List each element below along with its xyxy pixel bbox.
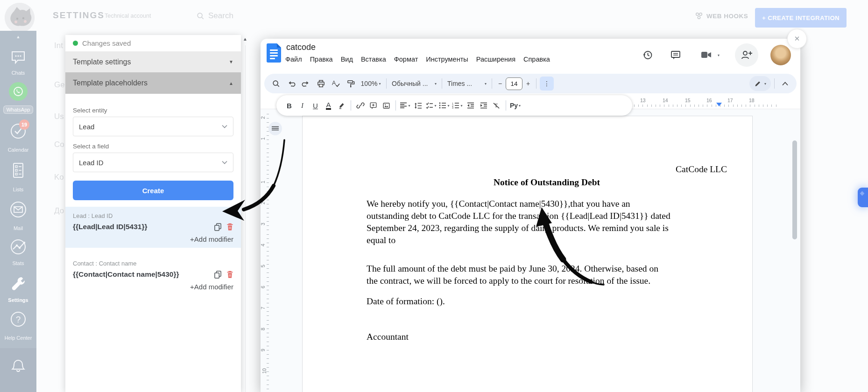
sidebar-item-chats[interactable]: [0, 49, 36, 65]
doc-signature-line[interactable]: Accountant: [367, 332, 727, 342]
panel-scrollbar[interactable]: ▲: [242, 35, 249, 392]
checklist-button[interactable]: ▾: [425, 99, 438, 112]
share-button[interactable]: [735, 43, 758, 67]
clear-formatting-icon[interactable]: T: [490, 99, 503, 112]
italic-button[interactable]: I: [296, 99, 309, 112]
meet-dropdown-icon[interactable]: ▾: [714, 47, 723, 63]
horizontal-ruler[interactable]: 13 14 15 16 17 18: [634, 98, 779, 108]
section-template-settings[interactable]: Template settings ▼: [65, 51, 241, 72]
paint-format-icon[interactable]: [344, 77, 358, 91]
version-history-icon[interactable]: [640, 47, 656, 63]
sidebar-item-calendar[interactable]: [0, 122, 36, 140]
close-modal-button[interactable]: ✕: [787, 29, 807, 49]
sidebar-item-mail[interactable]: [0, 200, 36, 219]
side-widget-handle[interactable]: [858, 188, 868, 207]
vertical-ruler[interactable]: 2 1 1 2 3 4 5 6 7 8 9 10: [261, 109, 270, 392]
copy-icon[interactable]: [214, 223, 222, 231]
menu-insert[interactable]: Вставка: [361, 56, 386, 63]
decrease-indent-icon[interactable]: [464, 99, 477, 112]
section-template-placeholders[interactable]: Template placeholders ▲: [65, 72, 241, 94]
menu-file[interactable]: Файл: [285, 56, 302, 63]
menu-tools[interactable]: Инструменты: [426, 56, 468, 63]
sidebar-label-stats[interactable]: Stats: [0, 260, 36, 266]
paragraph-style-select[interactable]: Обычный ...▾: [390, 77, 438, 91]
sidebar-label-calendar[interactable]: Calendar: [0, 147, 36, 153]
menu-edit[interactable]: Правка: [310, 56, 333, 63]
editing-mode-select[interactable]: ▾: [749, 76, 771, 91]
sidebar-item-lists[interactable]: [0, 161, 36, 181]
sidebar-item-settings[interactable]: [0, 274, 36, 293]
global-search[interactable]: Search: [196, 11, 233, 21]
document-title[interactable]: catcode: [286, 42, 316, 52]
text-color-button[interactable]: A: [322, 99, 335, 112]
create-button[interactable]: Create: [73, 181, 233, 200]
font-size-increase-button[interactable]: +: [523, 77, 533, 91]
sidebar-item-whatsapp[interactable]: [0, 82, 36, 101]
add-modifier-button[interactable]: +Add modifier: [73, 283, 233, 291]
menu-extensions[interactable]: Расширения: [476, 56, 515, 63]
sidebar-scroll-up-icon[interactable]: ▲: [0, 35, 36, 39]
copy-icon[interactable]: [214, 270, 222, 279]
trash-icon[interactable]: [226, 270, 233, 279]
placeholder-card-lead[interactable]: Lead : Lead ID {{Lead|Lead ID|5431}} +Ad…: [65, 207, 241, 248]
sidebar-item-stats[interactable]: [0, 237, 36, 256]
doc-paragraph-line[interactable]: September 24, 2023, regarding the supply…: [367, 223, 727, 233]
doc-paragraph-line[interactable]: the contract, we will be forced to apply…: [367, 276, 727, 286]
document-scrollbar[interactable]: [792, 140, 797, 239]
align-button[interactable]: ▾: [399, 99, 411, 112]
webhooks-button[interactable]: WEB HOOKS: [695, 12, 748, 20]
add-modifier-button[interactable]: +Add modifier: [73, 235, 233, 243]
font-size-decrease-button[interactable]: −: [495, 77, 505, 91]
doc-paragraph-line[interactable]: The full amount of the debt must be paid…: [367, 264, 727, 274]
sidebar-label-help[interactable]: Help Center: [0, 335, 36, 341]
entity-select[interactable]: Lead: [73, 117, 233, 136]
create-integration-button[interactable]: + CREATE INTEGRATION: [755, 8, 847, 28]
doc-heading[interactable]: Notice of Outstanding Debt: [367, 177, 727, 188]
menu-view[interactable]: Вид: [341, 56, 353, 63]
collapse-toolbar-icon[interactable]: [778, 77, 792, 91]
comments-icon[interactable]: [668, 47, 684, 63]
doc-paragraph-line[interactable]: We hereby notify you, {{Contact|Contact …: [367, 199, 727, 209]
account-avatar[interactable]: [5, 3, 35, 33]
field-select[interactable]: Lead ID: [73, 153, 233, 172]
doc-company-line[interactable]: CatCode LLC: [367, 164, 727, 175]
margin-marker-icon[interactable]: [716, 103, 722, 106]
placeholder-card-contact[interactable]: Contact : Contact name {{Contact|Contact…: [65, 254, 241, 295]
document-outline-button[interactable]: [268, 122, 282, 135]
redo-icon[interactable]: [299, 77, 313, 91]
zoom-select[interactable]: 100%▾: [359, 77, 383, 91]
font-size-input[interactable]: 14: [506, 77, 522, 90]
numbered-list-button[interactable]: 123 ▾: [451, 99, 464, 112]
insert-image-icon[interactable]: [380, 99, 393, 112]
bold-button[interactable]: B: [283, 99, 296, 112]
sidebar-item-help[interactable]: ?: [0, 310, 36, 329]
search-menus-icon[interactable]: [269, 77, 283, 91]
sidebar-label-settings[interactable]: Settings: [0, 297, 36, 303]
trash-icon[interactable]: [226, 223, 233, 231]
undo-icon[interactable]: [284, 77, 298, 91]
user-avatar[interactable]: [770, 45, 791, 65]
highlight-color-icon[interactable]: [335, 99, 348, 112]
document-page[interactable]: CatCode LLC Notice of Outstanding Debt W…: [302, 116, 753, 392]
doc-date-line[interactable]: Date of formation: ().: [367, 296, 727, 307]
meet-camera-icon[interactable]: [699, 47, 714, 63]
input-tools-button[interactable]: Pу▾: [509, 99, 522, 112]
font-family-select[interactable]: Times ...▾: [445, 77, 488, 91]
scroll-up-icon[interactable]: ▲: [243, 36, 247, 42]
doc-paragraph-line[interactable]: equal to: [367, 235, 727, 245]
account-switcher[interactable]: Technical account: [105, 13, 151, 19]
print-icon[interactable]: [314, 77, 328, 91]
increase-indent-icon[interactable]: [477, 99, 490, 112]
add-comment-icon[interactable]: [367, 99, 380, 112]
menu-help[interactable]: Справка: [523, 56, 550, 63]
underline-button[interactable]: U: [309, 99, 322, 112]
sidebar-label-mail[interactable]: Mail: [0, 225, 36, 231]
sidebar-label-lists[interactable]: Lists: [0, 187, 36, 192]
spellcheck-icon[interactable]: A: [329, 77, 343, 91]
sidebar-label-whatsapp[interactable]: WhatsApp: [2, 105, 35, 114]
sidebar-label-chats[interactable]: Chats: [0, 70, 36, 76]
notifications-bell-icon[interactable]: [0, 357, 36, 377]
insert-link-icon[interactable]: [354, 99, 367, 112]
doc-paragraph-line[interactable]: outstanding debt to CatCode LLC for the …: [367, 211, 727, 221]
more-options-button[interactable]: ⋮: [540, 77, 554, 91]
